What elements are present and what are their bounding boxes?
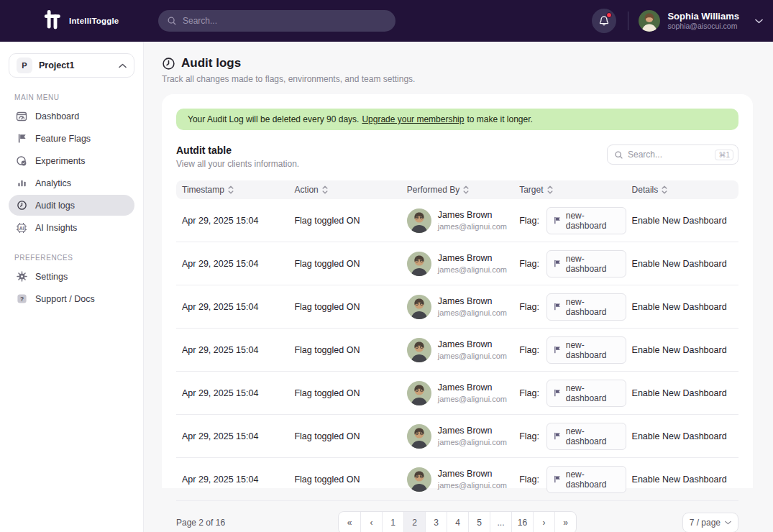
- topbar: IntelliToggle: [0, 0, 773, 42]
- column-header-timestamp[interactable]: Timestamp: [176, 185, 288, 195]
- sort-icon: [228, 185, 234, 194]
- flag-chip[interactable]: new-dashboard: [546, 250, 626, 278]
- pager-group: « ‹ 1 2 3 4 5 ... 16 › »: [338, 511, 577, 532]
- retention-banner: Your Audit Log will be deleted every 90 …: [176, 109, 738, 130]
- main-menu-label: MAIN MENU: [14, 93, 143, 101]
- flag-chip-label: new-dashboard: [566, 383, 620, 403]
- flag-chip-label: new-dashboard: [566, 254, 620, 274]
- performer-name: James Brown: [438, 339, 507, 350]
- page-ellipsis[interactable]: ...: [490, 512, 511, 532]
- cell-action: Flag toggled ON: [288, 388, 401, 398]
- sidebar-item-label: Feature Flags: [35, 134, 91, 144]
- flag-chip[interactable]: new-dashboard: [546, 207, 626, 234]
- cell-action: Flag toggled ON: [288, 345, 401, 355]
- page-button-2[interactable]: 2: [403, 512, 425, 532]
- sidebar-item-experiments[interactable]: Experiments: [9, 150, 134, 171]
- page-button-3[interactable]: 3: [425, 512, 447, 532]
- flag-chip[interactable]: new-dashboard: [546, 423, 626, 450]
- avatar: [407, 208, 431, 233]
- performer-name: James Brown: [438, 210, 507, 221]
- flag-chip[interactable]: new-dashboard: [546, 336, 626, 364]
- cell-details: Enable New Dashboard: [626, 345, 738, 355]
- first-page-button[interactable]: «: [339, 512, 360, 532]
- table-row[interactable]: Apr 29, 2025 15:04 Flag toggled ON: [176, 458, 738, 501]
- sidebar-item-dashboard[interactable]: Dashboard: [9, 106, 134, 127]
- performer-email: james@alignui.com: [438, 437, 507, 447]
- user-name: Sophia Williams: [667, 11, 739, 22]
- table-header-row: Timestamp Action Performed By Target Det…: [176, 180, 738, 199]
- table-search-input[interactable]: [628, 150, 710, 160]
- gear-icon: [16, 271, 27, 283]
- table-row[interactable]: Apr 29, 2025 15:04 Flag toggled ON: [176, 242, 738, 285]
- performer-info: James Brown james@alignui.com: [438, 382, 507, 404]
- table-row[interactable]: Apr 29, 2025 15:04 Flag toggled ON: [176, 415, 738, 458]
- sidebar-item-support-docs[interactable]: ? Support / Docs: [9, 288, 134, 309]
- table-row[interactable]: Apr 29, 2025 15:04 Flag toggled ON: [176, 285, 738, 329]
- upgrade-membership-link[interactable]: Upgrade your membership: [362, 114, 464, 124]
- performer-info: James Brown james@alignui.com: [438, 296, 507, 318]
- sidebar-item-feature-flags[interactable]: Feature Flags: [9, 128, 134, 149]
- page-button-4[interactable]: 4: [447, 512, 468, 532]
- page-summary: Page 2 of 16: [176, 518, 225, 528]
- audit-clock-icon: [162, 57, 175, 70]
- cell-timestamp: Apr 29, 2025 15:04: [176, 259, 288, 269]
- cell-target: Flag: new-dashboard: [513, 207, 626, 234]
- sort-icon: [547, 185, 553, 194]
- target-type-label: Flag:: [519, 259, 539, 269]
- page-subtitle: Track all changes made to flags, environ…: [162, 74, 753, 84]
- global-search[interactable]: [158, 10, 395, 32]
- performer-name: James Brown: [438, 426, 507, 436]
- column-header-performed-by[interactable]: Performed By: [401, 185, 513, 195]
- target-type-label: Flag:: [519, 388, 539, 398]
- notifications-button[interactable]: [592, 9, 616, 33]
- page-button-5[interactable]: 5: [468, 512, 490, 532]
- performer-email: james@alignui.com: [438, 394, 507, 404]
- user-menu[interactable]: Sophia Williams sophia@aisocui.com: [639, 10, 763, 32]
- sidebar-item-analytics[interactable]: Analytics: [9, 173, 134, 193]
- search-icon: [614, 150, 623, 160]
- page-size-select[interactable]: 7 / page: [682, 513, 738, 532]
- sidebar-item-ai-insights[interactable]: AI AI Insights: [9, 217, 134, 238]
- user-email: sophia@aisocui.com: [667, 22, 739, 31]
- cell-action: Flag toggled ON: [288, 216, 401, 226]
- intellitoggle-logo-icon: [43, 9, 65, 32]
- previous-page-button[interactable]: ‹: [360, 512, 382, 532]
- global-search-input[interactable]: [183, 16, 387, 26]
- cell-timestamp: Apr 29, 2025 15:04: [176, 474, 288, 485]
- target-type-label: Flag:: [519, 302, 539, 312]
- avatar: [407, 295, 431, 319]
- table-header-block: Autdit table View all your clients infor…: [176, 145, 299, 169]
- cell-timestamp: Apr 29, 2025 15:04: [176, 388, 288, 398]
- flag-icon: [553, 216, 562, 225]
- column-header-details[interactable]: Details: [626, 185, 738, 195]
- brand-name: IntelliToggle: [69, 17, 119, 25]
- table-search[interactable]: ⌘1: [607, 145, 738, 165]
- cell-target: Flag: new-dashboard: [513, 250, 626, 278]
- page-button-1[interactable]: 1: [382, 512, 403, 532]
- project-selector[interactable]: P Project1: [9, 53, 134, 78]
- table-row[interactable]: Apr 29, 2025 15:04 Flag toggled ON: [176, 199, 738, 242]
- last-page-button[interactable]: »: [554, 512, 576, 532]
- flag-chip[interactable]: new-dashboard: [546, 293, 626, 321]
- table-row[interactable]: Apr 29, 2025 15:04 Flag toggled ON: [176, 329, 738, 372]
- performer-email: james@alignui.com: [438, 308, 507, 318]
- flag-chip[interactable]: new-dashboard: [546, 466, 626, 493]
- sidebar-item-label: Dashboard: [35, 111, 79, 121]
- column-header-action[interactable]: Action: [288, 185, 401, 195]
- sidebar-item-audit-logs[interactable]: Audit logs: [9, 195, 134, 216]
- table-row[interactable]: Apr 29, 2025 15:04 Flag toggled ON: [176, 372, 738, 415]
- next-page-button[interactable]: ›: [533, 512, 554, 532]
- flag-chip[interactable]: new-dashboard: [546, 380, 626, 407]
- cell-target: Flag: new-dashboard: [513, 466, 626, 493]
- column-header-target[interactable]: Target: [513, 185, 626, 195]
- flag-chip-label: new-dashboard: [566, 340, 620, 360]
- page-button-16[interactable]: 16: [511, 512, 533, 532]
- page-header: Audit logs Track all changes made to fla…: [144, 42, 773, 84]
- sidebar-item-settings[interactable]: Settings: [9, 266, 134, 287]
- question-mark-icon: ?: [16, 293, 27, 305]
- cell-details: Enable New Dashboard: [626, 216, 738, 226]
- cell-performed-by: James Brown james@alignui.com: [401, 467, 513, 492]
- cell-performed-by: James Brown james@alignui.com: [401, 381, 513, 405]
- sort-icon: [463, 185, 469, 194]
- cell-target: Flag: new-dashboard: [513, 423, 626, 450]
